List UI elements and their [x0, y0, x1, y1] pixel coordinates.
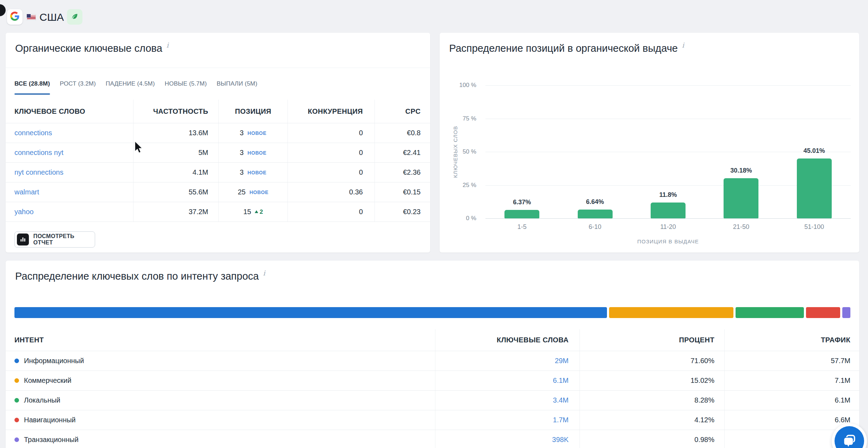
intent-segment-5[interactable] — [842, 307, 850, 318]
intent-keywords-link[interactable]: 1.7M — [553, 416, 569, 424]
keyword-link[interactable]: connections — [14, 129, 52, 137]
competition-value: 0 — [288, 163, 375, 182]
gridline — [485, 218, 851, 219]
gridline — [485, 185, 851, 186]
keyword-link[interactable]: yahoo — [14, 208, 34, 216]
info-icon[interactable]: i — [167, 41, 169, 49]
leaf-badge[interactable] — [67, 9, 82, 25]
tab-growth[interactable]: РОСТ (3.2M) — [60, 68, 96, 100]
leaf-icon — [70, 12, 79, 22]
positions-bar-chart: КЛЮЧЕВЫХ СЛОВ ПОЗИЦИЯ В ВЫДАЧЕ 100 %75 %… — [440, 33, 859, 253]
intent-traffic: 6.1M — [725, 391, 859, 410]
intent-traffic: 7.1M — [725, 371, 859, 390]
y-tick-label: 0 % — [440, 215, 476, 222]
tab-decline[interactable]: ПАДЕНИЕ (4.5M) — [106, 68, 155, 100]
y-tick-label: 25 % — [440, 182, 476, 189]
chart-bar[interactable] — [724, 178, 758, 218]
google-icon — [10, 12, 19, 22]
table-row: nyt connections 4.1M 3НОВОЕ 0 €2.36 — [6, 162, 430, 182]
competition-value: 0 — [288, 123, 375, 143]
x-category-label: 6-10 — [570, 223, 620, 231]
tab-lost[interactable]: ВЫПАЛИ (5M) — [217, 68, 258, 100]
x-category-label: 21-50 — [717, 223, 766, 231]
tab-all[interactable]: ВСЕ (28.8M) — [14, 68, 50, 100]
chart-bar[interactable] — [504, 210, 539, 218]
table-row: connections nyt 5M 3НОВОЕ 0 €2.41 — [6, 143, 430, 162]
chat-icon — [835, 426, 864, 448]
chart-bar[interactable] — [651, 203, 686, 218]
col-header-keyword: КЛЮЧЕВОЕ СЛОВО — [6, 100, 134, 123]
col-header-position: ПОЗИЦИЯ — [219, 100, 288, 123]
intent-traffic: 57.7M — [725, 351, 859, 371]
google-button[interactable] — [7, 9, 23, 25]
tab-new[interactable]: НОВЫЕ (5.7M) — [165, 68, 207, 100]
intent-percent: 4.12% — [580, 410, 725, 430]
intent-distribution-panel: Распределение ключевых слов по интенту з… — [6, 261, 859, 448]
intent-keywords-link[interactable]: 3.4M — [553, 396, 569, 404]
bar-value-label: 30.18% — [717, 167, 766, 174]
cpc-value: €2.41 — [375, 143, 430, 162]
organic-title-text: Органические ключевые слова — [15, 43, 162, 54]
bar-value-label: 6.64% — [570, 198, 620, 206]
view-report-button[interactable]: ПОСМОТРЕТЬ ОТЧЕТ — [14, 231, 95, 248]
y-tick-label: 100 % — [440, 82, 476, 89]
cpc-value: €0.15 — [375, 182, 430, 202]
intent-percent: 8.28% — [580, 391, 725, 410]
col-header-keywords: КЛЮЧЕВЫЕ СЛОВА — [435, 329, 580, 351]
intent-segment-1[interactable] — [14, 307, 607, 318]
intent-segment-2[interactable] — [609, 307, 733, 318]
cpc-value: €0.8 — [375, 123, 430, 143]
new-badge: НОВОЕ — [249, 189, 268, 195]
organic-panel-title: Органические ключевые словаi — [15, 43, 169, 54]
gridline — [485, 119, 851, 119]
table-header-row: ИНТЕНТ КЛЮЧЕВЫЕ СЛОВА ПРОЦЕНТ ТРАФИК — [6, 329, 859, 351]
organic-keywords-panel: Органические ключевые словаi ВСЕ (28.8M)… — [6, 33, 430, 253]
intent-keywords-link[interactable]: 398K — [552, 436, 569, 444]
table-row: walmart 55.6M 25НОВОЕ 0.36 €0.15 — [6, 182, 430, 202]
country-label[interactable]: США — [39, 10, 64, 25]
intent-keywords-link[interactable]: 6.1M — [553, 377, 569, 385]
keyword-link[interactable]: connections nyt — [14, 149, 63, 157]
intent-stacked-bar — [14, 307, 850, 318]
volume-value: 55.6M — [134, 182, 219, 202]
gridline — [485, 85, 851, 86]
intent-label: Информационный — [24, 357, 84, 365]
position-cell: 3НОВОЕ — [219, 163, 288, 182]
intent-table: ИНТЕНТ КЛЮЧЕВЫЕ СЛОВА ПРОЦЕНТ ТРАФИК Инф… — [6, 329, 859, 448]
bar-chart-icon — [17, 234, 29, 245]
info-icon[interactable]: i — [263, 269, 265, 277]
organic-keywords-table: КЛЮЧЕВОЕ СЛОВО ЧАСТОТНОСТЬ ПОЗИЦИЯ КОНКУ… — [6, 100, 430, 222]
volume-value: 4.1M — [134, 163, 219, 182]
y-tick-label: 50 % — [440, 148, 476, 155]
col-header-traffic: ТРАФИК — [725, 329, 859, 351]
chart-bar[interactable] — [578, 210, 613, 218]
intent-row: Информационный 29M 71.60% 57.7M — [6, 351, 859, 371]
y-tick-label: 75 % — [440, 115, 476, 122]
position-cell: 152 — [219, 202, 288, 222]
intent-row: Транзакционный 398K 0.98% — [6, 430, 859, 448]
intent-label: Коммерческий — [24, 377, 72, 385]
position-cell: 3НОВОЕ — [219, 123, 288, 143]
position-cell: 25НОВОЕ — [219, 182, 288, 202]
new-badge: НОВОЕ — [248, 150, 267, 156]
col-header-competition: КОНКУРЕНЦИЯ — [288, 100, 375, 123]
intent-keywords-link[interactable]: 29M — [555, 357, 569, 365]
cpc-value: €2.36 — [375, 163, 430, 182]
intent-row: Коммерческий 6.1M 15.02% 7.1M — [6, 371, 859, 390]
x-category-label: 51-100 — [789, 223, 839, 231]
table-header-row: КЛЮЧЕВОЕ СЛОВО ЧАСТОТНОСТЬ ПОЗИЦИЯ КОНКУ… — [6, 100, 430, 123]
competition-value: 0.36 — [288, 182, 375, 202]
intent-segment-3[interactable] — [736, 307, 804, 318]
keyword-link[interactable]: nyt connections — [14, 168, 63, 176]
intent-segment-4[interactable] — [806, 307, 840, 318]
keyword-link[interactable]: walmart — [14, 188, 39, 196]
new-badge: НОВОЕ — [248, 130, 267, 136]
chart-x-axis-title: ПОЗИЦИЯ В ВЫДАЧЕ — [485, 238, 851, 244]
volume-value: 5M — [134, 143, 219, 162]
table-row: connections 13.6M 3НОВОЕ 0 €0.8 — [6, 123, 430, 143]
volume-value: 37.2M — [134, 202, 219, 222]
position-change-up: 2 — [251, 209, 263, 216]
chart-bar[interactable] — [797, 158, 832, 218]
x-category-label: 1-5 — [497, 223, 547, 231]
col-header-volume: ЧАСТОТНОСТЬ — [134, 100, 219, 123]
